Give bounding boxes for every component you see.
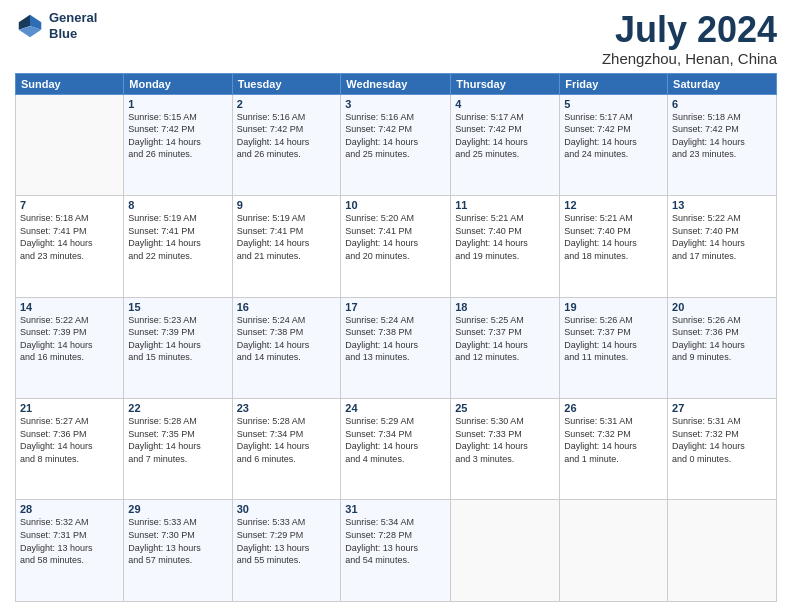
calendar-cell: 25Sunrise: 5:30 AM Sunset: 7:33 PM Dayli… [451, 399, 560, 500]
calendar-cell: 20Sunrise: 5:26 AM Sunset: 7:36 PM Dayli… [668, 297, 777, 398]
day-info: Sunrise: 5:33 AM Sunset: 7:29 PM Dayligh… [237, 516, 337, 566]
calendar-cell: 4Sunrise: 5:17 AM Sunset: 7:42 PM Daylig… [451, 94, 560, 195]
day-number: 24 [345, 402, 446, 414]
calendar-header-row: SundayMondayTuesdayWednesdayThursdayFrid… [16, 73, 777, 94]
calendar-header-friday: Friday [560, 73, 668, 94]
calendar-week-3: 14Sunrise: 5:22 AM Sunset: 7:39 PM Dayli… [16, 297, 777, 398]
day-info: Sunrise: 5:26 AM Sunset: 7:37 PM Dayligh… [564, 314, 663, 364]
day-info: Sunrise: 5:15 AM Sunset: 7:42 PM Dayligh… [128, 111, 227, 161]
calendar-week-1: 1Sunrise: 5:15 AM Sunset: 7:42 PM Daylig… [16, 94, 777, 195]
calendar-cell: 29Sunrise: 5:33 AM Sunset: 7:30 PM Dayli… [124, 500, 232, 602]
day-info: Sunrise: 5:25 AM Sunset: 7:37 PM Dayligh… [455, 314, 555, 364]
day-number: 8 [128, 199, 227, 211]
calendar-cell: 26Sunrise: 5:31 AM Sunset: 7:32 PM Dayli… [560, 399, 668, 500]
day-info: Sunrise: 5:16 AM Sunset: 7:42 PM Dayligh… [345, 111, 446, 161]
subtitle: Zhengzhou, Henan, China [602, 50, 777, 67]
day-info: Sunrise: 5:21 AM Sunset: 7:40 PM Dayligh… [564, 212, 663, 262]
day-info: Sunrise: 5:31 AM Sunset: 7:32 PM Dayligh… [672, 415, 772, 465]
day-number: 3 [345, 98, 446, 110]
day-number: 14 [20, 301, 119, 313]
day-number: 17 [345, 301, 446, 313]
calendar-table: SundayMondayTuesdayWednesdayThursdayFrid… [15, 73, 777, 602]
day-number: 20 [672, 301, 772, 313]
day-info: Sunrise: 5:24 AM Sunset: 7:38 PM Dayligh… [237, 314, 337, 364]
calendar-cell: 31Sunrise: 5:34 AM Sunset: 7:28 PM Dayli… [341, 500, 451, 602]
calendar-cell: 16Sunrise: 5:24 AM Sunset: 7:38 PM Dayli… [232, 297, 341, 398]
day-info: Sunrise: 5:21 AM Sunset: 7:40 PM Dayligh… [455, 212, 555, 262]
calendar-cell [560, 500, 668, 602]
day-number: 27 [672, 402, 772, 414]
day-number: 11 [455, 199, 555, 211]
calendar-cell: 15Sunrise: 5:23 AM Sunset: 7:39 PM Dayli… [124, 297, 232, 398]
calendar-cell: 8Sunrise: 5:19 AM Sunset: 7:41 PM Daylig… [124, 196, 232, 297]
day-number: 30 [237, 503, 337, 515]
calendar-cell: 18Sunrise: 5:25 AM Sunset: 7:37 PM Dayli… [451, 297, 560, 398]
calendar-header-sunday: Sunday [16, 73, 124, 94]
day-number: 23 [237, 402, 337, 414]
day-info: Sunrise: 5:20 AM Sunset: 7:41 PM Dayligh… [345, 212, 446, 262]
day-number: 1 [128, 98, 227, 110]
day-info: Sunrise: 5:27 AM Sunset: 7:36 PM Dayligh… [20, 415, 119, 465]
logo-icon [15, 11, 45, 41]
day-number: 13 [672, 199, 772, 211]
day-info: Sunrise: 5:30 AM Sunset: 7:33 PM Dayligh… [455, 415, 555, 465]
day-info: Sunrise: 5:29 AM Sunset: 7:34 PM Dayligh… [345, 415, 446, 465]
day-info: Sunrise: 5:23 AM Sunset: 7:39 PM Dayligh… [128, 314, 227, 364]
day-number: 18 [455, 301, 555, 313]
calendar-cell [668, 500, 777, 602]
calendar-cell: 21Sunrise: 5:27 AM Sunset: 7:36 PM Dayli… [16, 399, 124, 500]
day-info: Sunrise: 5:32 AM Sunset: 7:31 PM Dayligh… [20, 516, 119, 566]
day-number: 10 [345, 199, 446, 211]
calendar-cell: 2Sunrise: 5:16 AM Sunset: 7:42 PM Daylig… [232, 94, 341, 195]
calendar-header-tuesday: Tuesday [232, 73, 341, 94]
day-number: 6 [672, 98, 772, 110]
day-info: Sunrise: 5:28 AM Sunset: 7:35 PM Dayligh… [128, 415, 227, 465]
day-info: Sunrise: 5:17 AM Sunset: 7:42 PM Dayligh… [564, 111, 663, 161]
day-info: Sunrise: 5:22 AM Sunset: 7:39 PM Dayligh… [20, 314, 119, 364]
calendar-header-monday: Monday [124, 73, 232, 94]
day-info: Sunrise: 5:16 AM Sunset: 7:42 PM Dayligh… [237, 111, 337, 161]
day-info: Sunrise: 5:19 AM Sunset: 7:41 PM Dayligh… [128, 212, 227, 262]
day-number: 26 [564, 402, 663, 414]
day-info: Sunrise: 5:18 AM Sunset: 7:41 PM Dayligh… [20, 212, 119, 262]
calendar-cell: 30Sunrise: 5:33 AM Sunset: 7:29 PM Dayli… [232, 500, 341, 602]
calendar-header-saturday: Saturday [668, 73, 777, 94]
calendar-cell: 14Sunrise: 5:22 AM Sunset: 7:39 PM Dayli… [16, 297, 124, 398]
day-info: Sunrise: 5:33 AM Sunset: 7:30 PM Dayligh… [128, 516, 227, 566]
calendar-cell: 12Sunrise: 5:21 AM Sunset: 7:40 PM Dayli… [560, 196, 668, 297]
day-number: 22 [128, 402, 227, 414]
day-info: Sunrise: 5:34 AM Sunset: 7:28 PM Dayligh… [345, 516, 446, 566]
calendar-cell: 13Sunrise: 5:22 AM Sunset: 7:40 PM Dayli… [668, 196, 777, 297]
header: General Blue July 2024 Zhengzhou, Henan,… [15, 10, 777, 67]
calendar-cell: 23Sunrise: 5:28 AM Sunset: 7:34 PM Dayli… [232, 399, 341, 500]
calendar-week-5: 28Sunrise: 5:32 AM Sunset: 7:31 PM Dayli… [16, 500, 777, 602]
day-number: 16 [237, 301, 337, 313]
day-info: Sunrise: 5:19 AM Sunset: 7:41 PM Dayligh… [237, 212, 337, 262]
logo-line1: General [49, 10, 97, 26]
page: General Blue July 2024 Zhengzhou, Henan,… [0, 0, 792, 612]
day-info: Sunrise: 5:22 AM Sunset: 7:40 PM Dayligh… [672, 212, 772, 262]
calendar-cell: 9Sunrise: 5:19 AM Sunset: 7:41 PM Daylig… [232, 196, 341, 297]
day-number: 2 [237, 98, 337, 110]
calendar-cell: 5Sunrise: 5:17 AM Sunset: 7:42 PM Daylig… [560, 94, 668, 195]
day-number: 29 [128, 503, 227, 515]
day-number: 31 [345, 503, 446, 515]
day-number: 5 [564, 98, 663, 110]
calendar-cell: 3Sunrise: 5:16 AM Sunset: 7:42 PM Daylig… [341, 94, 451, 195]
day-number: 7 [20, 199, 119, 211]
title-block: July 2024 Zhengzhou, Henan, China [602, 10, 777, 67]
calendar-cell: 10Sunrise: 5:20 AM Sunset: 7:41 PM Dayli… [341, 196, 451, 297]
calendar-cell: 6Sunrise: 5:18 AM Sunset: 7:42 PM Daylig… [668, 94, 777, 195]
day-number: 12 [564, 199, 663, 211]
logo-text: General Blue [49, 10, 97, 41]
calendar-cell: 19Sunrise: 5:26 AM Sunset: 7:37 PM Dayli… [560, 297, 668, 398]
calendar-cell [451, 500, 560, 602]
calendar-cell: 7Sunrise: 5:18 AM Sunset: 7:41 PM Daylig… [16, 196, 124, 297]
calendar-header-wednesday: Wednesday [341, 73, 451, 94]
day-number: 21 [20, 402, 119, 414]
day-info: Sunrise: 5:28 AM Sunset: 7:34 PM Dayligh… [237, 415, 337, 465]
calendar-cell: 22Sunrise: 5:28 AM Sunset: 7:35 PM Dayli… [124, 399, 232, 500]
calendar-header-thursday: Thursday [451, 73, 560, 94]
logo-line2: Blue [49, 26, 97, 42]
calendar-cell: 24Sunrise: 5:29 AM Sunset: 7:34 PM Dayli… [341, 399, 451, 500]
